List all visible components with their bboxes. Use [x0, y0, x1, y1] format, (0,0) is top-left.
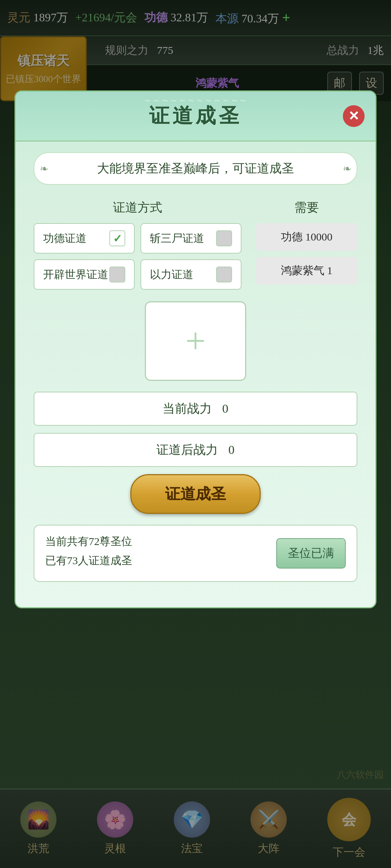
requirements-section: 需要 功德 10000 鸿蒙紫气 1	[256, 199, 357, 290]
description-banner: 大能境界至准圣巅峰后，可证道成圣	[34, 152, 357, 185]
options-grid: 功德证道 斩三尸证道 开辟世界证道 以力证道	[34, 223, 241, 290]
modal-title: 证道成圣	[149, 102, 242, 130]
req-gong-de: 功德 10000	[256, 223, 357, 251]
check-yi-li	[216, 267, 232, 282]
req-header: 需要	[256, 199, 357, 216]
check-zhan-san-shi	[216, 230, 232, 246]
check-gong-de	[109, 230, 125, 246]
saint-full-button[interactable]: 圣位已满	[276, 538, 346, 569]
method-header: 证道方式	[34, 199, 241, 216]
current-power-box: 当前战力 0	[34, 392, 357, 426]
add-button[interactable]: +	[145, 301, 246, 381]
zheng-dao-modal: 证道成圣 ✕ 大能境界至准圣巅峰后，可证道成圣 证道方式 功德证道	[14, 90, 377, 608]
req-hong-meng: 鸿蒙紫气 1	[256, 257, 357, 285]
option-zhan-san-shi[interactable]: 斩三尸证道	[140, 223, 241, 254]
after-power-box: 证道后战力 0	[34, 433, 357, 467]
info-lines: 当前共有72尊圣位 已有73人证道成圣	[45, 534, 265, 573]
confirm-button[interactable]: 证道成圣	[130, 474, 261, 514]
options-section: 证道方式 功德证道 斩三尸证道 开辟世界证道	[34, 199, 357, 290]
option-gong-de[interactable]: 功德证道	[34, 223, 135, 254]
plus-icon: +	[185, 323, 206, 359]
modal-body: 大能境界至准圣巅峰后，可证道成圣 证道方式 功德证道 斩三尸证道	[16, 141, 375, 593]
modal-header: 证道成圣 ✕	[16, 92, 375, 141]
methods-section: 证道方式 功德证道 斩三尸证道 开辟世界证道	[34, 199, 241, 290]
option-yi-li[interactable]: 以力证道	[140, 259, 241, 290]
description-text: 大能境界至准圣巅峰后，可证道成圣	[97, 162, 294, 175]
plus-area: +	[34, 301, 357, 381]
saint-count: 当前共有72尊圣位	[45, 534, 265, 549]
requirements-list: 功德 10000 鸿蒙紫气 1	[256, 223, 357, 285]
proven-count: 已有73人证道成圣	[45, 553, 265, 568]
close-button[interactable]: ✕	[343, 105, 365, 127]
check-kai-pi	[109, 267, 125, 282]
option-kai-pi[interactable]: 开辟世界证道	[34, 259, 135, 290]
bottom-info: 当前共有72尊圣位 已有73人证道成圣 圣位已满	[34, 525, 357, 582]
